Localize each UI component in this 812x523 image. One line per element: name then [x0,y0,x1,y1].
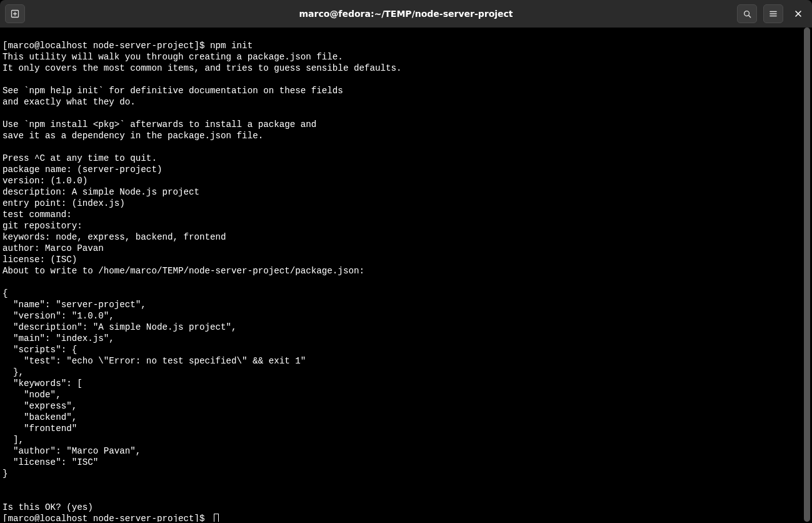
hamburger-menu-button[interactable] [763,4,783,23]
terminal-prompt-line: [marco@localhost node-server-project]$ [3,513,801,522]
terminal-line: "license": "ISC" [3,457,98,467]
search-button[interactable] [737,4,757,23]
scrollbar[interactable] [804,28,810,522]
terminal-viewport[interactable]: [marco@localhost node-server-project]$ n… [0,28,803,522]
terminal-line: "author": "Marco Pavan", [3,446,141,456]
terminal-line: }, [3,367,24,377]
terminal-line: "node", [3,390,61,400]
new-tab-button[interactable] [5,4,25,23]
terminal-line: "description": "A simple Node.js project… [3,322,237,332]
terminal-line: git repository: [3,221,88,231]
terminal-line: About to write to /home/marco/TEMP/node-… [3,266,364,276]
terminal-line: entry point: (index.js) [3,198,130,208]
terminal-line: ], [3,435,24,445]
terminal-line: Is this OK? (yes) [3,502,98,512]
terminal-line: "test": "echo \"Error: no test specified… [3,356,306,366]
terminal-line: "scripts": { [3,345,77,355]
titlebar-left [5,4,28,23]
terminal-line: See `npm help init` for definitive docum… [3,86,343,96]
terminal-line: and exactly what they do. [3,97,136,107]
terminal-line: license: (ISC) [3,255,83,265]
close-button[interactable] [789,5,807,23]
terminal-line: It only covers the most common items, an… [3,63,402,73]
terminal-line: save it as a dependency in the package.j… [3,131,263,141]
terminal-line: [marco@localhost node-server-project]$ n… [3,41,253,51]
terminal-line: "backend", [3,412,77,422]
terminal-line: "frontend" [3,424,77,434]
terminal-line: "main": "index.js", [3,333,114,343]
cursor-icon [214,514,219,522]
terminal-line: keywords: node, express, backend, fronte… [3,232,226,242]
terminal-line: "version": "1.0.0", [3,311,114,321]
terminal-line: author: Marco Pavan [3,243,104,253]
terminal-line: test command: [3,210,77,220]
terminal-line: description: A simple Node.js project [3,187,199,197]
terminal-line: Press ^C at any time to quit. [3,153,157,163]
terminal-line: Use `npm install <pkg>` afterwards to in… [3,119,316,129]
terminal-line: "name": "server-project", [3,300,146,310]
terminal-line: version: (1.0.0) [3,176,93,186]
terminal-prompt: [marco@localhost node-server-project]$ [3,513,210,522]
terminal-line: "express", [3,401,77,411]
terminal-line: { [3,288,8,298]
terminal-line: } [3,469,8,479]
window-title: marco@fedora:~/TEMP/node-server-project [299,9,513,19]
titlebar: marco@fedora:~/TEMP/node-server-project [0,0,812,28]
titlebar-right [737,4,807,23]
scrollbar-thumb[interactable] [804,28,810,522]
terminal-line: package name: (server-project) [3,165,168,175]
terminal-line: "keywords": [ [3,378,83,388]
terminal-line: This utility will walk you through creat… [3,52,343,62]
